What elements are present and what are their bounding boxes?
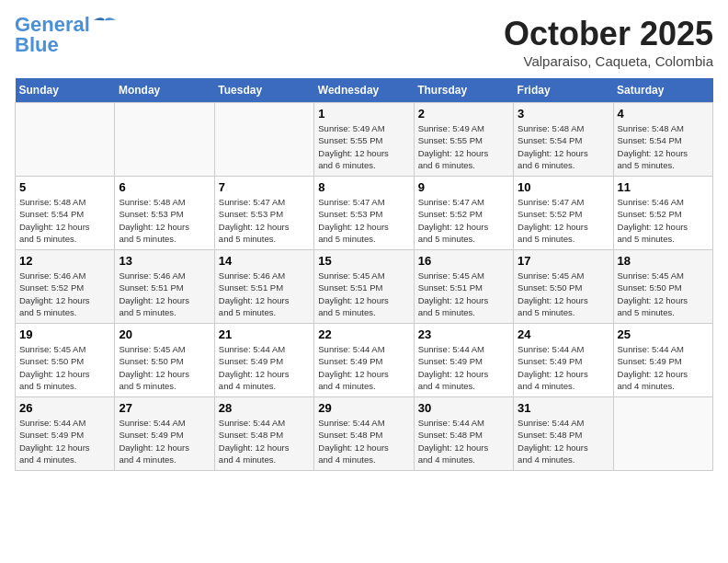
calendar-cell: 19Sunrise: 5:45 AM Sunset: 5:50 PM Dayli… bbox=[16, 324, 115, 397]
calendar-header-row: SundayMondayTuesdayWednesdayThursdayFrid… bbox=[16, 78, 713, 103]
day-info: Sunrise: 5:45 AM Sunset: 5:51 PM Dayligh… bbox=[418, 270, 509, 318]
day-number: 5 bbox=[19, 180, 110, 194]
day-number: 6 bbox=[119, 180, 210, 194]
day-number: 4 bbox=[618, 107, 709, 121]
location-subtitle: Valparaiso, Caqueta, Colombia bbox=[504, 53, 713, 69]
calendar-cell: 16Sunrise: 5:45 AM Sunset: 5:51 PM Dayli… bbox=[414, 250, 513, 324]
day-info: Sunrise: 5:44 AM Sunset: 5:48 PM Dayligh… bbox=[518, 417, 609, 465]
calendar-cell: 28Sunrise: 5:44 AM Sunset: 5:48 PM Dayli… bbox=[214, 397, 313, 471]
day-number: 10 bbox=[518, 180, 609, 194]
calendar-cell bbox=[115, 103, 214, 177]
calendar-cell: 11Sunrise: 5:46 AM Sunset: 5:52 PM Dayli… bbox=[613, 177, 712, 250]
logo-text: General Blue bbox=[15, 15, 90, 55]
day-info: Sunrise: 5:45 AM Sunset: 5:50 PM Dayligh… bbox=[618, 270, 709, 318]
week-row-1: 1Sunrise: 5:49 AM Sunset: 5:55 PM Daylig… bbox=[16, 103, 713, 177]
day-number: 30 bbox=[418, 401, 509, 415]
day-info: Sunrise: 5:47 AM Sunset: 5:53 PM Dayligh… bbox=[219, 196, 310, 245]
calendar-cell: 17Sunrise: 5:45 AM Sunset: 5:50 PM Dayli… bbox=[514, 250, 613, 324]
day-number: 25 bbox=[618, 327, 709, 341]
page-header: General Blue October 2025 Valparaiso, Ca… bbox=[15, 15, 713, 69]
day-info: Sunrise: 5:45 AM Sunset: 5:50 PM Dayligh… bbox=[19, 343, 110, 392]
day-number: 1 bbox=[318, 107, 409, 121]
day-number: 26 bbox=[19, 401, 110, 415]
week-row-4: 19Sunrise: 5:45 AM Sunset: 5:50 PM Dayli… bbox=[16, 324, 713, 397]
calendar-cell bbox=[214, 103, 313, 177]
day-number: 24 bbox=[518, 327, 609, 341]
day-number: 28 bbox=[219, 401, 310, 415]
title-block: October 2025 Valparaiso, Caqueta, Colomb… bbox=[504, 15, 713, 69]
logo-line2: Blue bbox=[15, 33, 59, 56]
calendar-cell: 9Sunrise: 5:47 AM Sunset: 5:52 PM Daylig… bbox=[414, 177, 513, 250]
calendar-cell: 29Sunrise: 5:44 AM Sunset: 5:48 PM Dayli… bbox=[314, 397, 414, 471]
calendar-cell: 31Sunrise: 5:44 AM Sunset: 5:48 PM Dayli… bbox=[514, 397, 613, 471]
calendar-cell: 3Sunrise: 5:48 AM Sunset: 5:54 PM Daylig… bbox=[514, 103, 613, 177]
day-info: Sunrise: 5:46 AM Sunset: 5:52 PM Dayligh… bbox=[618, 196, 709, 245]
calendar-cell: 13Sunrise: 5:46 AM Sunset: 5:51 PM Dayli… bbox=[115, 250, 214, 324]
calendar-cell: 10Sunrise: 5:47 AM Sunset: 5:52 PM Dayli… bbox=[514, 177, 613, 250]
calendar-cell: 25Sunrise: 5:44 AM Sunset: 5:49 PM Dayli… bbox=[613, 324, 712, 397]
day-header-saturday: Saturday bbox=[613, 78, 712, 103]
day-number: 3 bbox=[518, 107, 609, 121]
day-number: 23 bbox=[418, 327, 509, 341]
calendar-cell: 15Sunrise: 5:45 AM Sunset: 5:51 PM Dayli… bbox=[314, 250, 414, 324]
day-info: Sunrise: 5:44 AM Sunset: 5:48 PM Dayligh… bbox=[318, 417, 409, 465]
day-number: 13 bbox=[119, 254, 210, 268]
day-header-friday: Friday bbox=[514, 78, 613, 103]
calendar-cell bbox=[613, 397, 712, 471]
day-info: Sunrise: 5:44 AM Sunset: 5:49 PM Dayligh… bbox=[418, 343, 509, 392]
day-info: Sunrise: 5:44 AM Sunset: 5:49 PM Dayligh… bbox=[219, 343, 310, 392]
day-number: 17 bbox=[518, 254, 609, 268]
day-number: 7 bbox=[219, 180, 310, 194]
day-info: Sunrise: 5:47 AM Sunset: 5:53 PM Dayligh… bbox=[318, 196, 409, 245]
day-number: 20 bbox=[119, 327, 210, 341]
day-header-wednesday: Wednesday bbox=[314, 78, 414, 103]
day-number: 27 bbox=[119, 401, 210, 415]
calendar-cell: 22Sunrise: 5:44 AM Sunset: 5:49 PM Dayli… bbox=[314, 324, 414, 397]
day-number: 8 bbox=[318, 180, 409, 194]
day-info: Sunrise: 5:44 AM Sunset: 5:48 PM Dayligh… bbox=[219, 417, 310, 465]
calendar-cell: 5Sunrise: 5:48 AM Sunset: 5:54 PM Daylig… bbox=[16, 177, 115, 250]
day-header-monday: Monday bbox=[115, 78, 214, 103]
day-number: 21 bbox=[219, 327, 310, 341]
day-info: Sunrise: 5:49 AM Sunset: 5:55 PM Dayligh… bbox=[318, 122, 409, 171]
day-number: 18 bbox=[618, 254, 709, 268]
day-number: 9 bbox=[418, 180, 509, 194]
day-number: 29 bbox=[318, 401, 409, 415]
day-info: Sunrise: 5:47 AM Sunset: 5:52 PM Dayligh… bbox=[518, 196, 609, 245]
day-number: 11 bbox=[618, 180, 709, 194]
day-info: Sunrise: 5:46 AM Sunset: 5:51 PM Dayligh… bbox=[119, 270, 210, 318]
calendar-cell: 23Sunrise: 5:44 AM Sunset: 5:49 PM Dayli… bbox=[414, 324, 513, 397]
day-info: Sunrise: 5:48 AM Sunset: 5:53 PM Dayligh… bbox=[119, 196, 210, 245]
week-row-3: 12Sunrise: 5:46 AM Sunset: 5:52 PM Dayli… bbox=[16, 250, 713, 324]
calendar-cell: 18Sunrise: 5:45 AM Sunset: 5:50 PM Dayli… bbox=[613, 250, 712, 324]
day-info: Sunrise: 5:44 AM Sunset: 5:49 PM Dayligh… bbox=[119, 417, 210, 465]
day-info: Sunrise: 5:48 AM Sunset: 5:54 PM Dayligh… bbox=[618, 122, 709, 171]
calendar-table: SundayMondayTuesdayWednesdayThursdayFrid… bbox=[15, 78, 713, 471]
day-header-tuesday: Tuesday bbox=[214, 78, 313, 103]
calendar-cell: 20Sunrise: 5:45 AM Sunset: 5:50 PM Dayli… bbox=[115, 324, 214, 397]
day-info: Sunrise: 5:47 AM Sunset: 5:52 PM Dayligh… bbox=[418, 196, 509, 245]
calendar-cell: 30Sunrise: 5:44 AM Sunset: 5:48 PM Dayli… bbox=[414, 397, 513, 471]
day-number: 2 bbox=[418, 107, 509, 121]
week-row-2: 5Sunrise: 5:48 AM Sunset: 5:54 PM Daylig… bbox=[16, 177, 713, 250]
day-info: Sunrise: 5:45 AM Sunset: 5:50 PM Dayligh… bbox=[119, 343, 210, 392]
calendar-cell: 26Sunrise: 5:44 AM Sunset: 5:49 PM Dayli… bbox=[16, 397, 115, 471]
day-info: Sunrise: 5:44 AM Sunset: 5:49 PM Dayligh… bbox=[518, 343, 609, 392]
week-row-5: 26Sunrise: 5:44 AM Sunset: 5:49 PM Dayli… bbox=[16, 397, 713, 471]
calendar-cell: 24Sunrise: 5:44 AM Sunset: 5:49 PM Dayli… bbox=[514, 324, 613, 397]
day-info: Sunrise: 5:44 AM Sunset: 5:49 PM Dayligh… bbox=[19, 417, 110, 465]
calendar-cell: 4Sunrise: 5:48 AM Sunset: 5:54 PM Daylig… bbox=[613, 103, 712, 177]
logo: General Blue bbox=[15, 15, 118, 55]
day-info: Sunrise: 5:49 AM Sunset: 5:55 PM Dayligh… bbox=[418, 122, 509, 171]
month-title: October 2025 bbox=[504, 15, 713, 53]
calendar-cell: 27Sunrise: 5:44 AM Sunset: 5:49 PM Dayli… bbox=[115, 397, 214, 471]
day-number: 22 bbox=[318, 327, 409, 341]
day-number: 14 bbox=[219, 254, 310, 268]
calendar-cell: 7Sunrise: 5:47 AM Sunset: 5:53 PM Daylig… bbox=[214, 177, 313, 250]
day-info: Sunrise: 5:44 AM Sunset: 5:49 PM Dayligh… bbox=[618, 343, 709, 392]
calendar-cell: 1Sunrise: 5:49 AM Sunset: 5:55 PM Daylig… bbox=[314, 103, 414, 177]
day-info: Sunrise: 5:45 AM Sunset: 5:50 PM Dayligh… bbox=[518, 270, 609, 318]
day-number: 15 bbox=[318, 254, 409, 268]
day-info: Sunrise: 5:46 AM Sunset: 5:51 PM Dayligh… bbox=[219, 270, 310, 318]
day-number: 12 bbox=[19, 254, 110, 268]
